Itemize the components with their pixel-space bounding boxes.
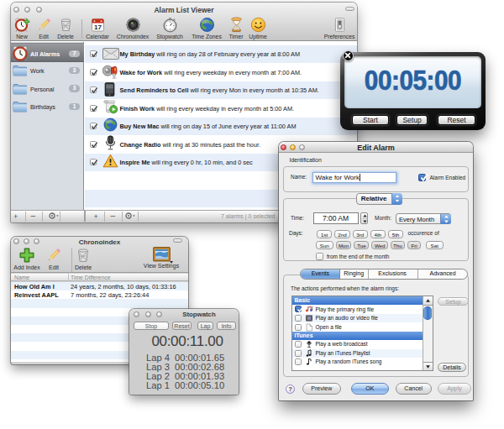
svg-text:17: 17 <box>94 24 102 31</box>
